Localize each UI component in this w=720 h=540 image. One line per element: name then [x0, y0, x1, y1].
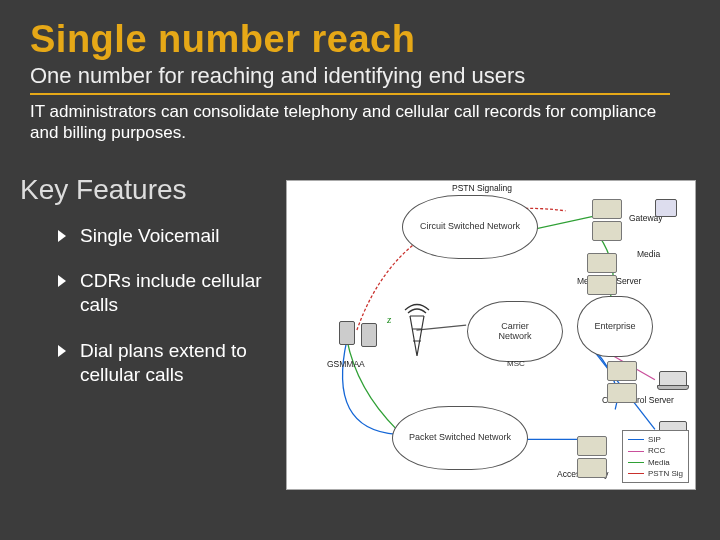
legend-line-icon	[628, 439, 644, 440]
server-icon	[587, 253, 617, 295]
list-item: CDRs include cellular calls	[58, 269, 298, 317]
slide-subtitle: One number for reaching and identifying …	[30, 63, 690, 89]
cloud-enterprise: Enterprise	[577, 296, 653, 357]
feature-text: CDRs include cellular calls	[80, 269, 298, 317]
label-pstn-signaling: PSTN Signaling	[452, 183, 512, 193]
bullet-icon	[58, 345, 66, 357]
list-item: Single Voicemail	[58, 224, 298, 248]
legend-item: PSTN Sig	[628, 468, 683, 479]
laptop-icon	[659, 371, 687, 387]
legend-line-icon	[628, 473, 644, 474]
legend-label: SIP	[648, 434, 661, 445]
legend-label: Media	[648, 457, 670, 468]
server-icon	[607, 361, 637, 403]
legend-label: PSTN Sig	[648, 468, 683, 479]
phone-icon	[361, 323, 377, 347]
phone-icon	[339, 321, 355, 345]
diagram-legend: SIP RCC Media PSTN Sig	[622, 430, 689, 483]
network-diagram: Circuit Switched Network Carrier Network…	[286, 180, 696, 490]
sleep-z-icon: z	[387, 313, 391, 325]
server-icon	[592, 199, 622, 241]
list-item: Dial plans extend to cellular calls	[58, 339, 298, 387]
cloud-packet-switched: Packet Switched Network	[392, 406, 528, 470]
bullet-icon	[58, 230, 66, 242]
bullet-icon	[58, 275, 66, 287]
cloud-carrier-network: Carrier Network	[467, 301, 563, 362]
legend-item: SIP	[628, 434, 683, 445]
label-gsm: GSMMAA	[327, 359, 365, 369]
slide-title: Single number reach	[30, 18, 690, 61]
intro-text: IT administrators can consolidate teleph…	[30, 101, 670, 144]
feature-text: Single Voicemail	[80, 224, 219, 248]
label-media: Media	[637, 249, 660, 259]
cloud-circuit-switched: Circuit Switched Network	[402, 195, 538, 259]
cell-tower-icon	[402, 301, 432, 361]
feature-list: Single Voicemail CDRs include cellular c…	[58, 224, 298, 387]
server-icon	[577, 436, 607, 478]
feature-text: Dial plans extend to cellular calls	[80, 339, 298, 387]
legend-item: Media	[628, 457, 683, 468]
legend-label: RCC	[648, 445, 665, 456]
pc-icon	[655, 199, 677, 217]
legend-line-icon	[628, 462, 644, 463]
legend-line-icon	[628, 451, 644, 452]
label-msc: MSC	[507, 359, 525, 368]
title-underline	[30, 93, 670, 95]
legend-item: RCC	[628, 445, 683, 456]
